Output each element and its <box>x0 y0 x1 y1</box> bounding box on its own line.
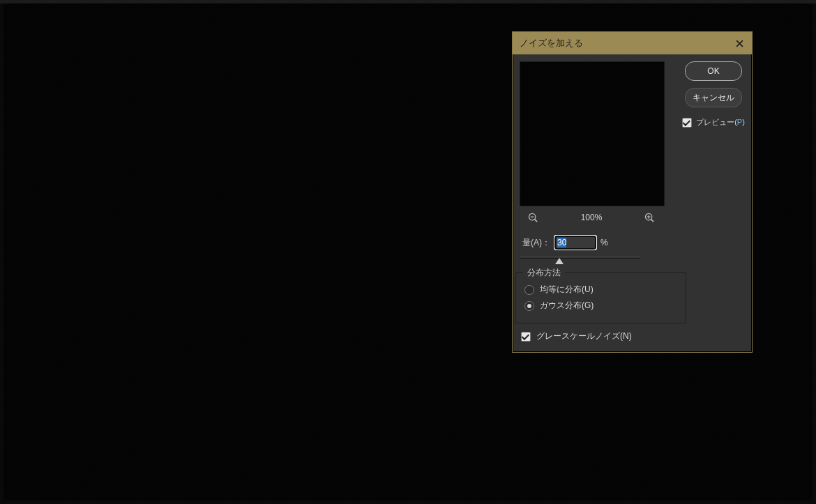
zoom-in-icon[interactable] <box>644 211 656 224</box>
radio-icon <box>524 301 534 311</box>
slider-thumb-icon[interactable] <box>555 258 564 264</box>
checkbox-icon <box>521 332 531 342</box>
radio-gaussian[interactable]: ガウス分布(G) <box>524 300 677 312</box>
radio-uniform-label: 均等に分布(U) <box>540 284 594 296</box>
checkbox-icon <box>682 118 692 128</box>
radio-icon <box>524 285 534 295</box>
amount-unit: % <box>600 238 608 247</box>
svg-line-6 <box>534 219 537 222</box>
radio-uniform[interactable]: 均等に分布(U) <box>524 284 677 296</box>
ok-button[interactable]: OK <box>685 61 742 81</box>
amount-label: 量(A)： <box>522 237 550 249</box>
dialog-titlebar[interactable]: ノイズを加える <box>513 32 752 54</box>
zoom-percent: 100% <box>581 213 603 222</box>
preview-thumbnail[interactable] <box>520 61 665 206</box>
svg-rect-4 <box>520 62 664 206</box>
monochrome-label: グレースケールノイズ(N) <box>536 330 632 342</box>
dialog-title: ノイズを加える <box>520 37 734 49</box>
amount-input[interactable] <box>554 236 596 250</box>
monochrome-checkbox-row[interactable]: グレースケールノイズ(N) <box>521 330 682 342</box>
add-noise-dialog: ノイズを加える 100% 量(A)： <box>512 31 753 353</box>
distribution-group-label: 分布方法 <box>523 267 565 279</box>
cancel-button[interactable]: キャンセル <box>685 88 742 107</box>
preview-checkbox-row[interactable]: プレビュー(P) <box>682 117 745 128</box>
svg-rect-3 <box>0 0 816 3</box>
distribution-group: 分布方法 均等に分布(U) ガウス分布(G) <box>515 272 686 323</box>
svg-line-9 <box>651 219 654 222</box>
radio-gaussian-label: ガウス分布(G) <box>540 300 594 312</box>
amount-slider[interactable] <box>520 252 640 264</box>
zoom-out-icon[interactable] <box>527 211 539 224</box>
close-icon[interactable] <box>734 38 745 49</box>
